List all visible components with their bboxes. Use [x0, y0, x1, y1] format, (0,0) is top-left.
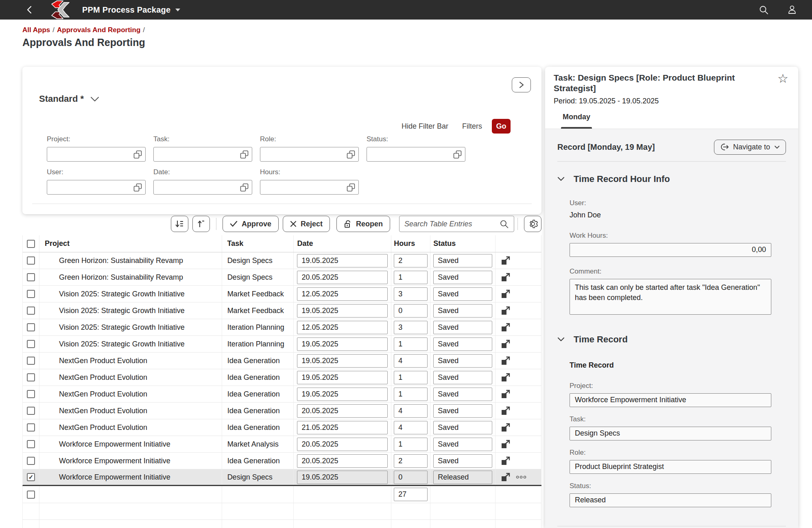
row-date-input[interactable]: 12.05.2025 [297, 287, 388, 301]
overflow-menu-icon[interactable] [516, 475, 526, 479]
back-icon[interactable] [25, 5, 34, 14]
row-date-input[interactable]: 21.05.2025 [297, 421, 388, 434]
row-checkbox[interactable] [27, 290, 35, 298]
row-hours-input[interactable]: 4 [394, 354, 428, 368]
row-hours-input[interactable]: 2 [394, 254, 428, 267]
table-row[interactable]: Vision 2025: Strategic Growth Initiative… [22, 336, 541, 353]
variant-selector[interactable]: Standard * [39, 94, 99, 104]
sort-ascending-button[interactable] [192, 216, 210, 232]
table-row[interactable]: Vision 2025: Strategic Growth Initiative… [22, 302, 541, 319]
row-date-input[interactable]: 19.05.2025 [297, 254, 388, 267]
status-filter-input[interactable] [367, 147, 465, 162]
table-row[interactable]: Vision 2025: Strategic Growth Initiative… [22, 319, 541, 336]
row-hours-input[interactable]: 4 [394, 421, 428, 434]
work-hours-input[interactable]: 0,00 [570, 243, 771, 257]
row-date-input[interactable]: 19.05.2025 [297, 371, 388, 384]
row-checkbox[interactable] [27, 273, 35, 281]
row-date-input[interactable]: 19.05.2025 [297, 388, 388, 401]
expand-panel-button[interactable] [512, 77, 531, 92]
column-header-project[interactable]: Project [39, 235, 222, 252]
row-hours-input[interactable]: 2 [394, 454, 428, 468]
section-hour-info-header[interactable]: Time Record Hour Info [557, 174, 786, 184]
table-row[interactable]: NextGen Product Evolution Idea Generatio… [22, 353, 541, 369]
row-checkbox[interactable] [27, 423, 35, 432]
open-record-icon[interactable] [501, 306, 511, 315]
row-hours-input[interactable]: 0 [394, 471, 428, 484]
navigate-to-button[interactable]: Navigate to [714, 140, 786, 155]
table-search-input[interactable] [404, 220, 500, 228]
go-button[interactable]: Go [492, 119, 511, 134]
role-input[interactable]: Product Blueprint Strategist [570, 460, 771, 474]
hours-filter-input[interactable] [260, 180, 359, 195]
status-input[interactable]: Released [570, 493, 771, 507]
row-date-input[interactable]: 19.05.2025 [297, 471, 388, 484]
open-record-icon[interactable] [501, 389, 511, 399]
breadcrumb-all-apps-link[interactable]: All Apps [22, 26, 50, 34]
section-time-record-header[interactable]: Time Record [557, 334, 786, 345]
project-input[interactable]: Workforce Empowerment Initiative [570, 393, 771, 407]
reopen-button[interactable]: Reopen [336, 216, 390, 232]
app-title-caret-icon[interactable] [175, 9, 180, 11]
row-checkbox[interactable] [27, 323, 35, 331]
row-date-input[interactable]: 20.05.2025 [297, 404, 388, 418]
open-record-icon[interactable] [501, 372, 511, 382]
row-hours-input[interactable]: 1 [394, 438, 428, 451]
sort-descending-button[interactable] [171, 216, 188, 232]
open-record-icon[interactable] [501, 256, 511, 265]
open-record-icon[interactable] [501, 406, 511, 416]
row-checkbox[interactable] [27, 390, 35, 398]
row-hours-input[interactable]: 1 [394, 337, 428, 351]
row-hours-input[interactable]: 3 [394, 287, 428, 301]
table-row[interactable]: Vision 2025: Strategic Growth Initiative… [22, 286, 541, 302]
row-date-input[interactable]: 19.05.2025 [297, 337, 388, 351]
row-hours-input[interactable]: 1 [394, 271, 428, 284]
table-row[interactable]: Workforce Empowerment Initiative Market … [22, 436, 541, 453]
open-record-icon[interactable] [501, 356, 511, 366]
row-hours-input[interactable]: 1 [394, 388, 428, 401]
search-icon[interactable] [759, 5, 769, 15]
comment-textarea[interactable]: This task can only be started after task… [570, 279, 771, 315]
row-hours-input[interactable]: 1 [394, 371, 428, 384]
select-all-checkbox[interactable] [27, 240, 35, 248]
row-checkbox[interactable] [27, 491, 35, 499]
table-row[interactable]: Green Horizon: Sustainability Revamp Des… [22, 252, 541, 269]
table-row[interactable]: NextGen Product Evolution Idea Generatio… [22, 403, 541, 419]
table-row[interactable]: Workforce Empowerment Initiative Idea Ge… [22, 453, 541, 469]
date-filter-input[interactable] [153, 180, 252, 195]
task-input[interactable]: Design Specs [570, 427, 771, 440]
row-hours-input[interactable]: 0 [394, 304, 428, 318]
row-date-input[interactable]: 20.05.2025 [297, 438, 388, 451]
column-header-hours[interactable]: Hours [391, 235, 430, 252]
reject-button[interactable]: Reject [283, 216, 330, 232]
column-header-date[interactable]: Date [294, 235, 391, 252]
open-record-icon[interactable] [501, 272, 511, 282]
table-row[interactable]: Green Horizon: Sustainability Revamp Des… [22, 269, 541, 286]
approve-button[interactable]: Approve [223, 216, 279, 232]
open-record-icon[interactable] [501, 339, 511, 349]
row-checkbox[interactable] [27, 357, 35, 365]
row-date-input[interactable]: 20.05.2025 [297, 454, 388, 468]
row-date-input[interactable]: 19.05.2025 [297, 354, 388, 368]
table-row[interactable]: NextGen Product Evolution Idea Generatio… [22, 419, 541, 436]
table-settings-button[interactable] [524, 216, 541, 232]
row-checkbox[interactable] [27, 373, 35, 381]
project-filter-input[interactable] [47, 147, 146, 162]
table-row[interactable]: NextGen Product Evolution Idea Generatio… [22, 386, 541, 403]
favorite-star-icon[interactable]: ☆ [777, 72, 788, 85]
row-date-input[interactable]: 19.05.2025 [297, 304, 388, 318]
tab-monday[interactable]: Monday [563, 105, 590, 129]
row-checkbox[interactable] [27, 340, 35, 348]
open-record-icon[interactable] [501, 439, 511, 449]
breadcrumb-current-link[interactable]: Approvals And Reporting [57, 26, 140, 34]
row-date-input[interactable]: 20.05.2025 [297, 271, 388, 284]
open-record-icon[interactable] [501, 472, 511, 482]
user-profile-icon[interactable] [787, 4, 797, 15]
row-checkbox[interactable] [27, 307, 35, 315]
open-record-icon[interactable] [501, 322, 511, 332]
app-title[interactable]: PPM Process Package [82, 5, 170, 15]
row-checkbox[interactable] [27, 457, 35, 465]
column-header-task[interactable]: Task [222, 235, 294, 252]
role-filter-input[interactable] [260, 147, 359, 162]
open-record-icon[interactable] [501, 456, 511, 466]
table-row[interactable]: Workforce Empowerment Initiative Design … [22, 469, 541, 486]
